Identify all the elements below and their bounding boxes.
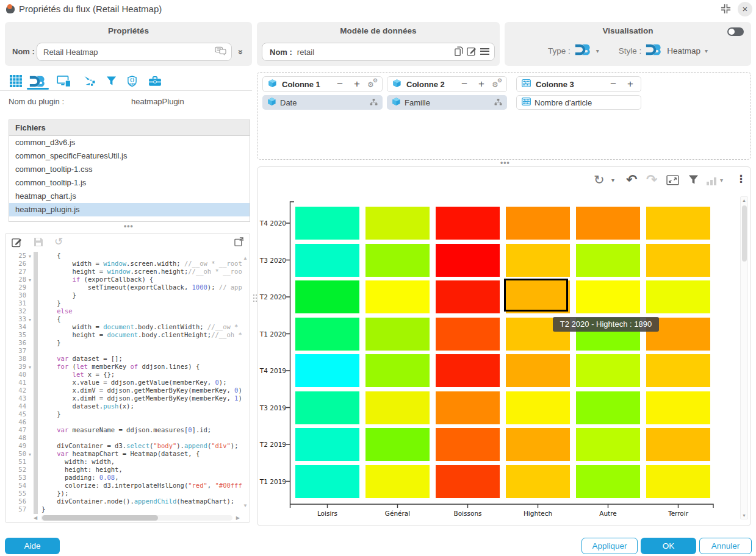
scroll-up-icon[interactable]: ▲: [742, 198, 746, 202]
d3-type-icon[interactable]: [575, 42, 592, 59]
file-row[interactable]: common_specificFeaturesUtil.js: [9, 149, 250, 163]
help-button[interactable]: Aide: [5, 538, 60, 554]
add-column-icon[interactable]: +: [475, 78, 488, 90]
code-line[interactable]: 58: [5, 513, 242, 514]
code-line[interactable]: 34 width = document.body.clientWidth; //…: [5, 323, 242, 331]
horizontal-scrollbar[interactable]: ◀ ▶: [34, 515, 240, 521]
add-column-icon[interactable]: +: [624, 78, 637, 90]
window-title: Propriétés du flux (Retail Heatmap): [19, 4, 162, 14]
code-line[interactable]: 27 height = window.screen.height;//__oh …: [5, 268, 242, 276]
code-line[interactable]: 32 else: [5, 307, 242, 315]
model-column-item[interactable]: Famille: [387, 95, 507, 110]
code-line[interactable]: 53 padding: 0.08,: [5, 474, 242, 482]
save-icon[interactable]: [34, 237, 43, 249]
file-row[interactable]: common_tooltip-1.css: [9, 163, 250, 176]
code-line[interactable]: 43 x.dimH = ddjson.getMemberByKey(member…: [5, 394, 242, 402]
file-row[interactable]: heatmap_chart.js: [9, 190, 250, 203]
resize-handle[interactable]: •••: [124, 222, 134, 230]
code-lines[interactable]: 25▾ {26 width = window.screen.width; //_…: [5, 252, 242, 514]
code-line[interactable]: 57}: [5, 505, 242, 513]
devices-icon[interactable]: [55, 72, 73, 90]
code-line[interactable]: 56 divContainer.node().appendChild(heatm…: [5, 497, 242, 505]
remove-column-icon[interactable]: −: [607, 78, 620, 90]
file-row[interactable]: common_d3v6.js: [9, 136, 250, 149]
model-column-header[interactable]: Colonne 1−+⚙⚙: [262, 76, 383, 92]
ok-button[interactable]: OK: [641, 538, 696, 554]
code-line[interactable]: 29 setTimeout(exportCallback, 1000); // …: [5, 283, 242, 291]
toolbox-icon[interactable]: [146, 72, 164, 90]
column-settings-gears-icon[interactable]: ⚙⚙: [367, 79, 378, 90]
share-icon[interactable]: [81, 72, 99, 90]
resize-handle[interactable]: •••: [500, 159, 510, 167]
hierarchy-icon[interactable]: [370, 98, 378, 107]
code-line[interactable]: 35 height = document.body.clientHeight;/…: [5, 331, 242, 339]
code-line[interactable]: 26 width = window.screen.width; //__ow *…: [5, 260, 242, 268]
model-column-header[interactable]: Colonne 3−+: [516, 76, 641, 92]
cancel-button[interactable]: Annuler: [699, 538, 752, 554]
copy-icon[interactable]: [455, 46, 463, 58]
hierarchy-icon[interactable]: [494, 98, 502, 107]
code-line[interactable]: 40 let x = {};: [5, 371, 242, 379]
code-line[interactable]: 50▾ var heatmapChart = Heatmap(dataset, …: [5, 450, 242, 458]
remove-column-icon[interactable]: −: [458, 78, 471, 90]
collapse-window-icon[interactable]: [721, 4, 731, 16]
revert-icon[interactable]: ↺: [54, 235, 63, 248]
file-row[interactable]: common_tooltip-1.js: [9, 176, 250, 190]
code-line[interactable]: 30 }: [5, 291, 242, 299]
translate-icon[interactable]: [215, 46, 226, 59]
code-line[interactable]: 37: [5, 347, 242, 355]
code-line[interactable]: 36 }: [5, 339, 242, 347]
kebab-menu-icon[interactable]: ⋮: [736, 173, 746, 185]
code-line[interactable]: 55 });: [5, 490, 242, 497]
visualisation-toggle[interactable]: [727, 27, 744, 36]
close-button[interactable]: ×: [738, 2, 752, 16]
scrollbar-thumb[interactable]: [742, 205, 747, 262]
code-line[interactable]: 49 divContainer = d3.select("body").appe…: [5, 442, 242, 450]
code-line[interactable]: 25▾ {: [5, 252, 242, 260]
scroll-down-icon[interactable]: ▼: [742, 513, 746, 518]
code-line[interactable]: 51 width: width,: [5, 458, 242, 466]
menu-icon[interactable]: [480, 48, 489, 57]
code-line[interactable]: 45 }: [5, 410, 242, 418]
edit-code-icon[interactable]: [12, 237, 22, 250]
code-line[interactable]: 39▾ for (let memberKey of ddjson.lines) …: [5, 363, 242, 371]
grid-icon[interactable]: [7, 72, 24, 90]
filter-icon[interactable]: [103, 72, 120, 90]
code-line[interactable]: 31 }: [5, 299, 242, 307]
scroll-left-icon[interactable]: ◀: [34, 515, 37, 521]
code-line[interactable]: 38 var dataset = [];: [5, 355, 242, 363]
d3-style-icon[interactable]: [646, 42, 663, 59]
code-line[interactable]: 42 x.dimV = ddjson.getMemberByKey(member…: [5, 387, 242, 394]
code-line[interactable]: 48: [5, 434, 242, 442]
code-line[interactable]: 41 x.value = ddjson.getValue(memberKey, …: [5, 379, 242, 387]
code-line[interactable]: 44 dataset.push(x);: [5, 402, 242, 410]
chart-scrollbar[interactable]: ▲ ▼: [740, 196, 748, 519]
file-row[interactable]: heatmap_plugin.js: [9, 203, 250, 216]
scroll-right-icon[interactable]: ▶: [236, 515, 240, 521]
scrollbar-thumb[interactable]: [42, 515, 158, 521]
edit-icon[interactable]: [467, 46, 477, 58]
remove-column-icon[interactable]: −: [333, 78, 347, 90]
style-dropdown-caret-icon[interactable]: ▾: [705, 48, 708, 54]
open-in-window-icon[interactable]: [234, 237, 243, 249]
code-line[interactable]: 46: [5, 418, 242, 426]
expand-more-chevrons-icon[interactable]: »: [236, 49, 247, 53]
code-line[interactable]: 47 var measureName = ddjson.measures[0].…: [5, 426, 242, 434]
data-model-name-box[interactable]: Nom : retail: [262, 43, 495, 61]
scroll-up-icon[interactable]: ▲: [243, 255, 248, 261]
model-column-item[interactable]: Date: [262, 95, 383, 110]
apply-button[interactable]: Appliquer: [581, 538, 638, 554]
add-column-icon[interactable]: +: [350, 78, 364, 90]
model-column-item[interactable]: Nombre d'article: [516, 95, 641, 110]
flow-name-input[interactable]: [37, 43, 232, 61]
code-line[interactable]: 33▾ {: [5, 315, 242, 323]
code-line[interactable]: 52 height: height,: [5, 466, 242, 474]
scroll-down-icon[interactable]: ▼: [243, 503, 248, 508]
model-column-header[interactable]: Colonne 2−+⚙⚙: [387, 76, 507, 92]
column-settings-gears-icon[interactable]: ⚙⚙: [492, 79, 503, 90]
css-icon[interactable]: {}css: [123, 72, 140, 90]
code-line[interactable]: 28▾ if (exportCallback) {: [5, 276, 242, 283]
code-line[interactable]: 54 colorize: d3.interpolateHslLong("red"…: [5, 482, 242, 490]
type-dropdown-caret-icon[interactable]: ▾: [596, 48, 599, 54]
app-logo-icon: [5, 4, 16, 14]
